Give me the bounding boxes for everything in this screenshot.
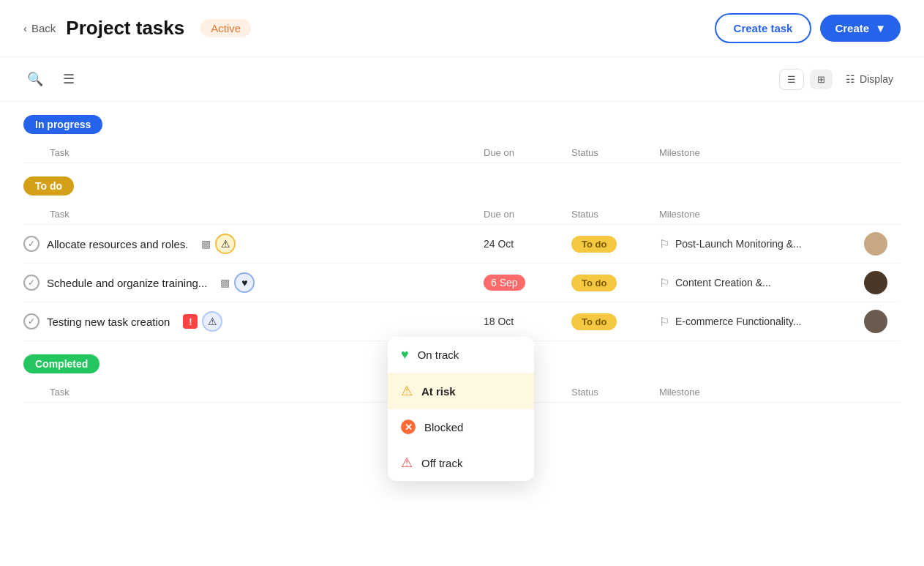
warning-icon: ⚠ (401, 455, 413, 471)
bar-chart-icon-2: ▩ (220, 277, 230, 288)
check-icon-3[interactable]: ✓ (23, 313, 40, 329)
flag-icon-1: ⚐ (659, 237, 669, 251)
completed-badge: Completed (23, 354, 99, 373)
milestone-cell-1: ⚐ Post-Launch Monitoring &... (659, 237, 864, 251)
todo-section: To do Task Due on Status Milestone ✓ All… (0, 163, 924, 341)
milestone-name-1: Post-Launch Monitoring &... (675, 238, 802, 250)
task-cell-3: ✓ Testing new task creation ! ⚠ (23, 311, 484, 332)
grid-view-button[interactable]: ⊞ (810, 70, 833, 89)
display-icon: ☷ (846, 73, 855, 85)
dropdown-item-offtrack[interactable]: ⚠ Off track (388, 444, 534, 481)
avatar-2 (864, 271, 887, 294)
milestone-cell-2: ⚐ Content Creation &... (659, 276, 864, 290)
dropdown-item-atrisk[interactable]: ⚠ At risk (388, 373, 534, 409)
bell-icon: ⚠ (401, 383, 413, 399)
col-status-1: Status (571, 147, 659, 158)
col-avatar-1 (864, 147, 901, 158)
x-icon: ✕ (401, 420, 416, 434)
check-icon-2[interactable]: ✓ (23, 275, 40, 291)
alert-bell-icon-1: ⚠ (215, 234, 236, 254)
create-label: Create (835, 22, 869, 34)
task-name-1: Allocate resources and roles. (47, 238, 188, 250)
status-badge-2: To do (571, 275, 617, 291)
dropdown-item-blocked[interactable]: ✕ Blocked (388, 409, 534, 444)
inprogress-badge: In progress (23, 115, 102, 134)
alert-bell-icon-3: ⚠ (202, 311, 222, 332)
inprogress-section: In progress Task Due on Status Milestone (0, 102, 924, 163)
header-actions: Create task Create ▼ (715, 13, 901, 43)
col-status-3: Status (571, 387, 659, 398)
page-title: Project tasks (66, 17, 184, 40)
task-icons-3: ! ⚠ (183, 311, 222, 332)
back-label: Back (31, 22, 56, 34)
list-view-button[interactable]: ☰ (779, 69, 804, 90)
search-icon[interactable]: 🔍 (23, 67, 47, 91)
task-name-3: Testing new task creation (47, 316, 170, 328)
milestone-name-2: Content Creation &... (675, 277, 771, 288)
status-cell-3: To do (571, 313, 659, 330)
inprogress-header: In progress (23, 102, 901, 134)
grid-icon: ⊞ (817, 74, 825, 85)
col-task-2: Task (50, 209, 484, 220)
dropdown-label-offtrack: Off track (421, 457, 462, 469)
avatar-1 (864, 232, 887, 256)
chevron-down-icon: ▼ (875, 22, 886, 34)
display-button[interactable]: ☷ Display (838, 69, 901, 89)
back-button[interactable]: ‹ Back (23, 22, 56, 34)
milestone-cell-3: ⚐ E-commerce Functionality... (659, 315, 864, 329)
status-cell-1: To do (571, 236, 659, 253)
dropdown-label-blocked: Blocked (424, 421, 463, 433)
milestone-name-3: E-commerce Functionality... (675, 316, 801, 327)
create-button[interactable]: Create ▼ (820, 15, 901, 42)
col-milestone-2: Milestone (659, 209, 864, 220)
flag-icon-2: ⚐ (659, 276, 669, 290)
col-task-1: Task (50, 147, 484, 158)
display-label: Display (860, 73, 893, 85)
due-cell-2: 6 Sep (484, 275, 571, 291)
todo-badge: To do (23, 176, 74, 196)
avatar-3 (864, 310, 887, 333)
todo-header: To do (23, 163, 901, 196)
page-header: ‹ Back Project tasks Active Create task … (0, 0, 924, 57)
health-icon-2: ♥ (234, 272, 255, 293)
overdue-badge-2: 6 Sep (484, 275, 525, 291)
dropdown-label-atrisk: At risk (421, 385, 456, 398)
due-cell-3: 18 Oct (484, 316, 571, 327)
list-icon: ☰ (787, 74, 796, 85)
toolbar-right: ☰ ⊞ ☷ Display (779, 69, 901, 90)
col-avatar-2 (864, 209, 901, 220)
todo-table-header: Task Due on Status Milestone (23, 201, 901, 225)
filter-icon[interactable]: ☰ (57, 67, 80, 91)
col-due-1: Due on (484, 147, 571, 158)
inprogress-table-header: Task Due on Status Milestone (23, 140, 901, 163)
due-cell-1: 24 Oct (484, 238, 571, 250)
col-milestone-3: Milestone (659, 387, 864, 398)
task-icons-2: ▩ ♥ (220, 272, 255, 293)
status-cell-2: To do (571, 275, 659, 291)
active-badge: Active (200, 19, 251, 37)
alert-icon-3: ! (183, 314, 198, 329)
col-avatar-3 (864, 387, 901, 398)
task-icons-1: ▩ ⚠ (201, 234, 236, 254)
task-cell-2: ✓ Schedule and organize training... ▩ ♥ (23, 272, 484, 293)
status-dropdown: ♥ On track ⚠ At risk ✕ Blocked ⚠ Off tra… (388, 337, 534, 481)
bar-chart-icon-1: ▩ (201, 238, 211, 250)
heart-icon: ♥ (401, 347, 409, 362)
create-task-button[interactable]: Create task (715, 13, 812, 43)
task-name-2: Schedule and organize training... (47, 277, 207, 289)
back-icon: ‹ (23, 22, 27, 34)
col-due-2: Due on (484, 209, 571, 220)
status-badge-3: To do (571, 313, 617, 330)
toolbar: 🔍 ☰ ☰ ⊞ ☷ Display (0, 57, 924, 102)
table-row: ✓ Schedule and organize training... ▩ ♥ … (23, 264, 901, 302)
dropdown-label-ontrack: On track (418, 349, 459, 361)
table-row: ✓ Allocate resources and roles. ▩ ⚠ 24 O… (23, 225, 901, 264)
dropdown-item-ontrack[interactable]: ♥ On track (388, 337, 534, 373)
col-milestone-1: Milestone (659, 147, 864, 158)
task-cell-1: ✓ Allocate resources and roles. ▩ ⚠ (23, 234, 484, 254)
check-icon-1[interactable]: ✓ (23, 236, 40, 252)
col-status-2: Status (571, 209, 659, 220)
status-badge-1: To do (571, 236, 617, 253)
flag-icon-3: ⚐ (659, 315, 669, 329)
table-row: ✓ Testing new task creation ! ⚠ 18 Oct T… (23, 302, 901, 341)
